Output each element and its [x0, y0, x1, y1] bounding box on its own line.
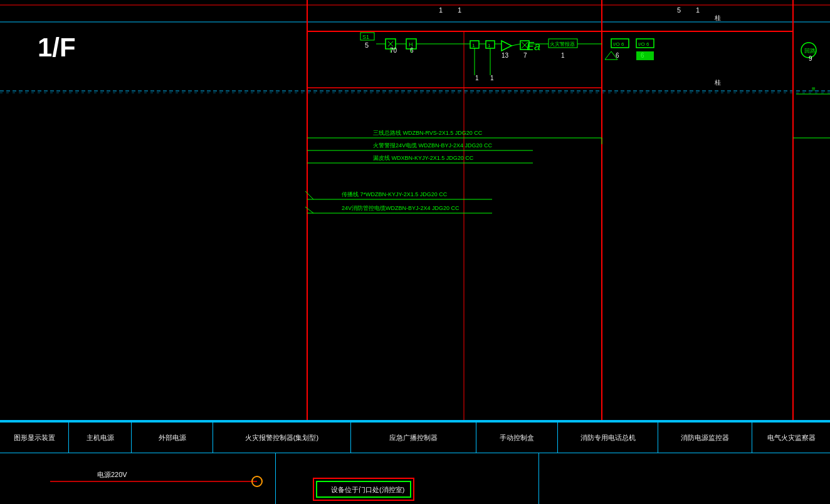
svg-text:1: 1 — [488, 43, 491, 48]
svg-line-78 — [305, 191, 313, 199]
svg-text:Ea: Ea — [527, 40, 540, 53]
svg-text:70: 70 — [390, 47, 397, 54]
svg-text:1: 1 — [475, 75, 479, 81]
legend-label-elec-monitor: 电气火灾监察器 — [767, 433, 816, 443]
svg-text:5: 5 — [365, 41, 369, 49]
svg-point-63 — [801, 43, 816, 58]
legend-cell-manual: 手动控制盒 — [476, 423, 558, 453]
legend-label-fire-alarm: 火灾报警控制器(集划型) — [245, 433, 318, 443]
legend-cell-display: 图形显示装置 — [0, 423, 69, 453]
svg-text:24V消防管控电缆WDZBN-BYJ-2X4 JDG20 C: 24V消防管控电缆WDZBN-BYJ-2X4 JDG20 CC — [342, 205, 460, 211]
svg-text:桂: 桂 — [714, 14, 721, 21]
svg-text:7: 7 — [523, 52, 527, 59]
svg-text:6: 6 — [410, 47, 414, 54]
svg-rect-26 — [470, 41, 479, 48]
svg-text:13: 13 — [502, 52, 509, 59]
legend-label-display: 图形显示装置 — [14, 433, 55, 443]
legend-label-manual: 手动控制盒 — [500, 433, 534, 443]
svg-text:1: 1 — [490, 75, 494, 81]
legend-wiring-row: 电源220V 设备位于门口处(消控室) — [0, 453, 830, 504]
svg-text:6: 6 — [641, 52, 644, 59]
svg-text:6: 6 — [616, 52, 619, 59]
svg-text:设备位于门口处(消控室): 设备位于门口处(消控室) — [331, 486, 404, 493]
svg-text:1: 1 — [458, 6, 461, 14]
svg-text:漏皮线 WDXBN-KYJY-2X1.5 JDG20 CC: 漏皮线 WDXBN-KYJY-2X1.5 JDG20 CC — [373, 155, 474, 161]
svg-rect-54 — [636, 39, 654, 48]
svg-rect-28 — [486, 41, 495, 48]
svg-text:回路: 回路 — [804, 48, 816, 54]
svg-rect-16 — [360, 33, 374, 40]
svg-line-33 — [522, 42, 528, 48]
legend-cell-phone: 消防专用电话总机 — [558, 423, 658, 453]
svg-text:S1: S1 — [362, 34, 369, 40]
floor-number: 1/F — [38, 33, 76, 62]
svg-line-44 — [512, 44, 520, 46]
svg-text:H: H — [409, 41, 413, 48]
svg-rect-52 — [611, 39, 629, 48]
svg-rect-32 — [520, 41, 529, 50]
svg-text:传播线 7*WDZBN-KYJY-2X1.5 JDG20 C: 传播线 7*WDZBN-KYJY-2X1.5 JDG20 CC — [342, 191, 448, 197]
legend-cell-broadcast: 应急广播控制器 — [351, 423, 476, 453]
svg-marker-58 — [605, 51, 617, 60]
legend-cell-ext-power: 外部电源 — [132, 423, 213, 453]
svg-text:I/O 6: I/O 6 — [638, 41, 649, 47]
svg-rect-59 — [636, 51, 654, 60]
legend-header-row: 图形显示装置 主机电源 外部电源 火灾报警控制器(集划型) 应急广播控制器 手动… — [0, 421, 830, 453]
svg-text:9: 9 — [809, 55, 812, 62]
device-location-svg: 设备位于门口处(消控室) — [276, 453, 539, 504]
svg-line-79 — [305, 207, 313, 213]
svg-rect-23 — [406, 39, 416, 49]
svg-text:1: 1 — [696, 6, 700, 14]
legend-label-main-power: 主机电源 — [87, 433, 114, 443]
legend-wiring-section: 电源220V — [0, 453, 276, 504]
legend-area: 图形显示装置 主机电源 外部电源 火灾报警控制器(集划型) 应急广播控制器 手动… — [0, 420, 830, 504]
svg-text:1: 1 — [472, 43, 475, 48]
svg-rect-19 — [386, 39, 396, 49]
svg-line-21 — [388, 41, 393, 46]
svg-text:1: 1 — [561, 52, 565, 59]
legend-device-section: 设备位于门口处(消控室) — [276, 453, 539, 504]
legend-cell-main-power: 主机电源 — [69, 423, 132, 453]
svg-text:火灾警报器: 火灾警报器 — [550, 41, 575, 47]
svg-text:三线总路线 WDZBN-RVS-2X1.5 JDG20 CC: 三线总路线 WDZBN-RVS-2X1.5 JDG20 CC — [373, 130, 483, 136]
legend-label-broadcast: 应急广播控制器 — [389, 433, 438, 443]
svg-text:5: 5 — [677, 6, 681, 14]
legend-label-ext-power: 外部电源 — [159, 433, 186, 443]
legend-label-phone: 消防专用电话总机 — [580, 433, 636, 443]
power-wiring-svg: 电源220V — [0, 453, 276, 504]
legend-section-3 — [539, 453, 830, 504]
legend-cell-elec-monitor: 电气火灾监察器 — [752, 423, 830, 453]
svg-text:≡: ≡ — [812, 85, 816, 92]
svg-text:I/O 6: I/O 6 — [613, 41, 624, 47]
cad-drawing-area: 1 1 5 1 桂 桂 S1 5 70 H 6 1 1 13 7 — [0, 0, 830, 420]
cad-lines: 1 1 5 1 桂 桂 S1 5 70 H 6 1 1 13 7 — [0, 0, 830, 420]
svg-rect-36 — [549, 39, 577, 48]
svg-line-20 — [388, 41, 393, 46]
legend-cell-fire-alarm: 火灾报警控制器(集划型) — [213, 423, 351, 453]
floor-label: 1/F — [38, 31, 76, 61]
svg-text:桂: 桂 — [714, 79, 721, 86]
svg-marker-30 — [502, 41, 512, 51]
svg-text:电源220V: 电源220V — [97, 471, 127, 478]
legend-label-power-monitor: 消防电源监控器 — [681, 433, 729, 443]
svg-text:1: 1 — [439, 6, 443, 14]
svg-text:火警警报24V电缆 WDZBN-BYJ-2X4 JDG20 : 火警警报24V电缆 WDZBN-BYJ-2X4 JDG20 CC — [373, 142, 493, 149]
svg-line-34 — [522, 42, 528, 48]
legend-cell-power-monitor: 消防电源监控器 — [658, 423, 752, 453]
